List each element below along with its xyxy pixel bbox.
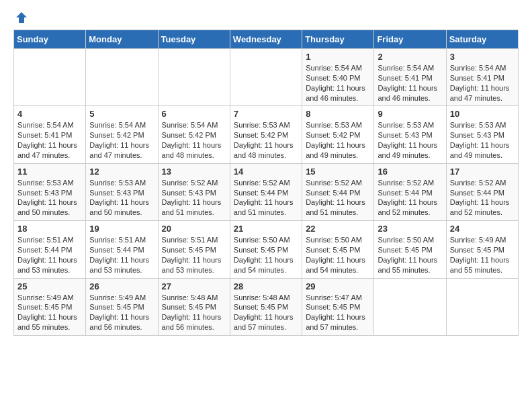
day-number: 11 [17, 167, 82, 177]
weekday-header-friday: Friday [374, 30, 446, 49]
calendar-cell: 20Sunrise: 5:51 AM Sunset: 5:45 PM Dayli… [158, 221, 230, 278]
day-info: Sunrise: 5:50 AM Sunset: 5:45 PM Dayligh… [234, 235, 298, 275]
week-row-1: 1Sunrise: 5:54 AM Sunset: 5:40 PM Daylig… [14, 49, 519, 106]
calendar-cell: 7Sunrise: 5:53 AM Sunset: 5:42 PM Daylig… [230, 106, 302, 163]
day-info: Sunrise: 5:54 AM Sunset: 5:42 PM Dayligh… [162, 120, 226, 160]
calendar-cell: 27Sunrise: 5:48 AM Sunset: 5:45 PM Dayli… [158, 278, 230, 335]
weekday-header-wednesday: Wednesday [230, 30, 302, 49]
week-row-4: 18Sunrise: 5:51 AM Sunset: 5:44 PM Dayli… [14, 221, 519, 278]
weekday-header-sunday: Sunday [14, 30, 86, 49]
day-info: Sunrise: 5:54 AM Sunset: 5:41 PM Dayligh… [17, 120, 82, 160]
calendar-cell: 14Sunrise: 5:52 AM Sunset: 5:44 PM Dayli… [230, 163, 302, 220]
calendar-cell [446, 278, 518, 335]
header [13, 11, 519, 24]
logo-icon [15, 11, 28, 24]
day-number: 17 [450, 167, 515, 177]
calendar-cell: 11Sunrise: 5:53 AM Sunset: 5:43 PM Dayli… [14, 163, 86, 220]
day-number: 3 [450, 52, 515, 62]
calendar-cell: 16Sunrise: 5:52 AM Sunset: 5:44 PM Dayli… [374, 163, 446, 220]
calendar-cell [14, 49, 86, 106]
calendar-cell: 15Sunrise: 5:52 AM Sunset: 5:44 PM Dayli… [302, 163, 374, 220]
calendar-cell: 25Sunrise: 5:49 AM Sunset: 5:45 PM Dayli… [14, 278, 86, 335]
calendar-cell: 6Sunrise: 5:54 AM Sunset: 5:42 PM Daylig… [158, 106, 230, 163]
day-info: Sunrise: 5:54 AM Sunset: 5:41 PM Dayligh… [450, 63, 515, 103]
day-info: Sunrise: 5:48 AM Sunset: 5:45 PM Dayligh… [162, 293, 226, 332]
day-number: 24 [450, 224, 515, 234]
calendar-table: SundayMondayTuesdayWednesdayThursdayFrid… [13, 30, 519, 336]
logo [13, 11, 28, 24]
day-number: 2 [378, 52, 442, 62]
weekday-header-row: SundayMondayTuesdayWednesdayThursdayFrid… [14, 30, 519, 49]
day-number: 26 [89, 281, 154, 291]
day-number: 29 [306, 281, 370, 291]
calendar-cell: 24Sunrise: 5:49 AM Sunset: 5:45 PM Dayli… [446, 221, 518, 278]
weekday-header-saturday: Saturday [446, 30, 518, 49]
day-number: 13 [162, 167, 226, 177]
day-number: 28 [234, 281, 298, 291]
day-number: 23 [378, 224, 442, 234]
day-info: Sunrise: 5:49 AM Sunset: 5:45 PM Dayligh… [450, 235, 515, 275]
week-row-3: 11Sunrise: 5:53 AM Sunset: 5:43 PM Dayli… [14, 163, 519, 220]
day-info: Sunrise: 5:54 AM Sunset: 5:42 PM Dayligh… [89, 120, 154, 160]
day-number: 19 [89, 224, 154, 234]
day-number: 18 [17, 224, 82, 234]
day-info: Sunrise: 5:52 AM Sunset: 5:44 PM Dayligh… [234, 178, 298, 218]
day-info: Sunrise: 5:53 AM Sunset: 5:43 PM Dayligh… [378, 120, 442, 160]
day-number: 1 [306, 52, 370, 62]
day-info: Sunrise: 5:52 AM Sunset: 5:44 PM Dayligh… [450, 178, 515, 218]
day-info: Sunrise: 5:47 AM Sunset: 5:45 PM Dayligh… [306, 293, 370, 332]
calendar-cell: 21Sunrise: 5:50 AM Sunset: 5:45 PM Dayli… [230, 221, 302, 278]
calendar-cell: 13Sunrise: 5:52 AM Sunset: 5:43 PM Dayli… [158, 163, 230, 220]
week-row-2: 4Sunrise: 5:54 AM Sunset: 5:41 PM Daylig… [14, 106, 519, 163]
day-info: Sunrise: 5:48 AM Sunset: 5:45 PM Dayligh… [234, 293, 298, 332]
day-info: Sunrise: 5:53 AM Sunset: 5:43 PM Dayligh… [89, 178, 154, 218]
day-info: Sunrise: 5:50 AM Sunset: 5:45 PM Dayligh… [306, 235, 370, 275]
calendar-cell: 28Sunrise: 5:48 AM Sunset: 5:45 PM Dayli… [230, 278, 302, 335]
svg-marker-0 [16, 12, 27, 23]
day-number: 4 [17, 109, 82, 119]
day-info: Sunrise: 5:53 AM Sunset: 5:42 PM Dayligh… [234, 120, 298, 160]
day-number: 8 [306, 109, 370, 119]
day-number: 16 [378, 167, 442, 177]
day-info: Sunrise: 5:51 AM Sunset: 5:45 PM Dayligh… [162, 235, 226, 275]
day-info: Sunrise: 5:54 AM Sunset: 5:41 PM Dayligh… [378, 63, 442, 103]
day-number: 20 [162, 224, 226, 234]
day-number: 22 [306, 224, 370, 234]
day-info: Sunrise: 5:53 AM Sunset: 5:42 PM Dayligh… [306, 120, 370, 160]
calendar-cell [158, 49, 230, 106]
day-number: 9 [378, 109, 442, 119]
calendar-cell: 5Sunrise: 5:54 AM Sunset: 5:42 PM Daylig… [86, 106, 158, 163]
day-number: 25 [17, 281, 82, 291]
calendar-cell: 22Sunrise: 5:50 AM Sunset: 5:45 PM Dayli… [302, 221, 374, 278]
calendar-cell: 18Sunrise: 5:51 AM Sunset: 5:44 PM Dayli… [14, 221, 86, 278]
day-number: 6 [162, 109, 226, 119]
calendar-cell [230, 49, 302, 106]
day-info: Sunrise: 5:53 AM Sunset: 5:43 PM Dayligh… [17, 178, 82, 218]
day-info: Sunrise: 5:51 AM Sunset: 5:44 PM Dayligh… [89, 235, 154, 275]
day-info: Sunrise: 5:49 AM Sunset: 5:45 PM Dayligh… [89, 293, 154, 332]
day-number: 5 [89, 109, 154, 119]
calendar-cell: 4Sunrise: 5:54 AM Sunset: 5:41 PM Daylig… [14, 106, 86, 163]
calendar-cell: 17Sunrise: 5:52 AM Sunset: 5:44 PM Dayli… [446, 163, 518, 220]
calendar-cell: 19Sunrise: 5:51 AM Sunset: 5:44 PM Dayli… [86, 221, 158, 278]
calendar-cell: 26Sunrise: 5:49 AM Sunset: 5:45 PM Dayli… [86, 278, 158, 335]
day-info: Sunrise: 5:52 AM Sunset: 5:44 PM Dayligh… [306, 178, 370, 218]
weekday-header-thursday: Thursday [302, 30, 374, 49]
day-info: Sunrise: 5:50 AM Sunset: 5:45 PM Dayligh… [378, 235, 442, 275]
calendar-cell: 10Sunrise: 5:53 AM Sunset: 5:43 PM Dayli… [446, 106, 518, 163]
calendar-cell: 2Sunrise: 5:54 AM Sunset: 5:41 PM Daylig… [374, 49, 446, 106]
day-info: Sunrise: 5:52 AM Sunset: 5:43 PM Dayligh… [162, 178, 226, 218]
week-row-5: 25Sunrise: 5:49 AM Sunset: 5:45 PM Dayli… [14, 278, 519, 335]
calendar-cell [86, 49, 158, 106]
weekday-header-monday: Monday [86, 30, 158, 49]
day-info: Sunrise: 5:53 AM Sunset: 5:43 PM Dayligh… [450, 120, 515, 160]
calendar-cell: 23Sunrise: 5:50 AM Sunset: 5:45 PM Dayli… [374, 221, 446, 278]
day-info: Sunrise: 5:54 AM Sunset: 5:40 PM Dayligh… [306, 63, 370, 103]
calendar-cell: 12Sunrise: 5:53 AM Sunset: 5:43 PM Dayli… [86, 163, 158, 220]
day-number: 21 [234, 224, 298, 234]
calendar-cell: 9Sunrise: 5:53 AM Sunset: 5:43 PM Daylig… [374, 106, 446, 163]
day-number: 14 [234, 167, 298, 177]
day-number: 12 [89, 167, 154, 177]
day-info: Sunrise: 5:51 AM Sunset: 5:44 PM Dayligh… [17, 235, 82, 275]
calendar-cell: 8Sunrise: 5:53 AM Sunset: 5:42 PM Daylig… [302, 106, 374, 163]
